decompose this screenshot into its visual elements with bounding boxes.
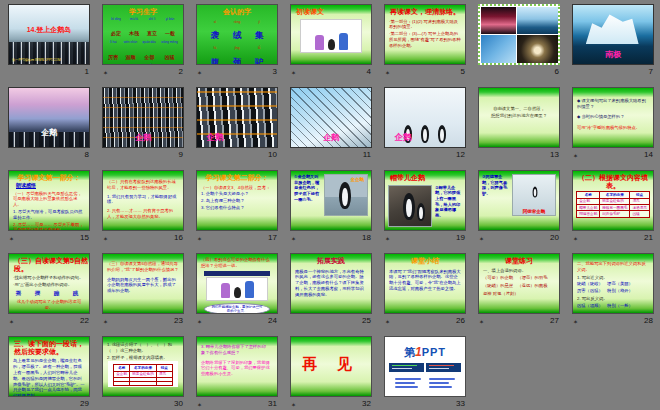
slide-title: 帽带儿企鹅 (385, 174, 465, 182)
slide-number: 6 (555, 68, 559, 76)
text-line: 2. 照样子，根据课文内容填表。 (107, 355, 179, 361)
slide-thumbnail-10[interactable]: 企鹅✶10 (196, 87, 278, 160)
banner-line (429, 368, 449, 369)
content-table: 名称名字的由来特点金企鹅嘴是金红色的漂亮帽带儿企鹅脖颈有一圈黑毛潇洒漂亮阿德雷企… (576, 191, 650, 217)
transition-icon[interactable]: ✶ (197, 70, 202, 76)
slide-thumbnail-3[interactable]: 会认的字xí袭róng绒jí集fù腹jǐng颈lǘ驴✶3 (196, 4, 278, 77)
text-line: （陡峭）的悬崖 （遥远）的南极 (483, 283, 555, 289)
text-line: ·用“△”画出小企鹅动作的词语。 (13, 282, 85, 288)
slide-number: 1 (85, 68, 89, 76)
transition-icon[interactable]: ✶ (573, 153, 578, 159)
slide-thumbnail-31[interactable]: 3. 帽带儿企鹅给你留下了怎样的印象？你有什么感想？企鹅给我留下了深刻的印象，我… (196, 336, 278, 409)
slide-thumbnail-9[interactable]: 企鹅✶9 (102, 87, 184, 160)
transition-icon[interactable]: ✶ (197, 402, 202, 408)
slide-number: 8 (85, 151, 89, 159)
transition-icon[interactable]: ✶ (573, 319, 578, 325)
photo-label: 14.登上企鹅岛 (9, 25, 89, 35)
slide-thumbnail-13[interactable]: 自由读文第一、二自然段，想想我们到达的地方在哪里？✶13 (478, 87, 560, 160)
slide-thumbnail-20[interactable]: ③阿德雷企鹅，它脾气暴躁，叫声像毛驴。阿德雷企鹅✶20 (478, 170, 560, 243)
transition-icon[interactable]: ✶ (291, 70, 296, 76)
slide-footer: ✶22 (8, 314, 90, 325)
text-line: 可用“冷”字概括南极气候的特点。 (577, 125, 649, 131)
slide-thumbnail-27[interactable]: 课堂练习一、填上合适的词语。（可爱）的企鹅 （漂亮）的羽毛（陡峭）的悬崖 （遥远… (478, 253, 560, 326)
slide-canvas: ③阿德雷企鹅，它脾气暴躁，叫声像毛驴。阿德雷企鹅 (478, 170, 560, 231)
slide-number: 30 (174, 400, 183, 408)
slide-footer: ✶1 (8, 65, 90, 76)
transition-icon[interactable]: ✶ (197, 319, 202, 325)
text-photo-row: ②帽带儿企鹅，它的脖颈上有一圈黑毛，给人的印象是潇洒漂亮。 (385, 182, 465, 227)
body-text: ②帽带儿企鹅，它的脖颈上有一圈黑毛，给人的印象是潇洒漂亮。 (435, 185, 462, 227)
slide-thumbnail-17[interactable]: 学习课文第二部分：（一）自读课文3、4自然段，思考：1. 企鹅个头是大还是小？2… (196, 170, 278, 243)
slide-footer: ✶30 (102, 397, 184, 408)
text-line: 企鹅妈妈每次只生一两个蛋，孵出的小企鹅在南极的风雪中长大，就成了成年的企鹅。 (107, 277, 179, 294)
slide-number: 29 (80, 400, 89, 408)
slide-title: 课堂练习 (479, 257, 559, 265)
slide-thumbnail-12[interactable]: 企鹅✶12 (384, 87, 466, 160)
penguin-silhouette (339, 182, 351, 209)
slide-thumbnail-19[interactable]: 帽带儿企鹅②帽带儿企鹅，它的脖颈上有一圈黑毛，给人的印象是潇洒漂亮。✶19 (384, 170, 466, 243)
text-line: 厉害（凶猛） 特别（格外） (577, 288, 649, 294)
slide-title: （三）自读课文第5自然段。 (9, 257, 89, 272)
slide-number: 31 (268, 400, 277, 408)
slide-thumbnail-6[interactable]: ✶6 (478, 4, 560, 77)
slide-thumbnail-2[interactable]: 学习生字bì dìng必定mù fá木筏zhí lì直立yì bān一般lì h… (102, 4, 184, 77)
slide-thumbnail-32[interactable]: 再 见✶32 (290, 336, 372, 409)
slide-thumbnail-15[interactable]: 学习课文第一部分：朗读感悟（一）尽管南极的天气是那么恶劣，可是南极大陆上的景象依… (8, 170, 90, 243)
slide-thumbnail-26[interactable]: 课堂小结本课写了“我们”跟随考察队来到南极大陆，见到了各种各样的企鹅。这些企鹅十… (384, 253, 466, 326)
transition-icon[interactable]: ✶ (385, 236, 390, 242)
photo-block (388, 185, 432, 227)
transition-icon[interactable]: ✶ (9, 236, 14, 242)
slide-canvas: 再读课文，理清脉络。·第一部分：(1)(2) 写来到南极大陆及看到的情景。·第二… (384, 4, 466, 65)
cartoon-child-icon (339, 33, 348, 50)
slide-thumbnail-25[interactable]: 拓展实践南极是一个神秘的地方，不光有奇特的风光，还有这么多可爱的企鹅。除了企鹅，… (290, 253, 372, 326)
transition-icon[interactable]: ✶ (291, 236, 296, 242)
transition-icon[interactable]: ✶ (385, 70, 390, 76)
slide-thumbnail-33[interactable]: 第1PPT✶33 (384, 336, 466, 409)
slide-thumbnail-7[interactable]: 南极✶7 (572, 4, 654, 77)
table-cell (114, 382, 130, 386)
slide-thumbnail-5[interactable]: 再读课文，理清脉络。·第一部分：(1)(2) 写来到南极大陆及看到的情景。·第二… (384, 4, 466, 77)
transition-icon[interactable]: ✶ (103, 319, 108, 325)
body-text: ①金企鹅又叫花脸企鹅，嘴是金红色的，脖子底下还有一圈白毛。 (294, 174, 321, 216)
transition-icon[interactable]: ✶ (479, 236, 484, 242)
slide-thumbnail-22[interactable]: （三）自读课文第5自然段。·找出描写小企鹅样子和动作的词句。·用“△”画出小企鹅… (8, 253, 90, 326)
slide-body: ·找出描写小企鹅样子和动作的词句。·用“△”画出小企鹅动作的词语。摇 摆 蹦 跳… (9, 272, 89, 311)
transition-icon[interactable]: ✶ (573, 236, 578, 242)
transition-icon[interactable]: ✶ (479, 319, 484, 325)
slide-thumbnail-24[interactable]: （四）看到这么可爱的企鹅你有什么想法？分组说一说。我们不能捕捉企鹅，要保护这些可… (196, 253, 278, 326)
transition-icon[interactable]: ✶ (103, 70, 108, 76)
word-label: 一般 (165, 30, 175, 36)
penguin-silhouette (438, 125, 446, 143)
transition-icon[interactable]: ✶ (9, 319, 14, 325)
slide-canvas: （二）只有在考察队到达南极的长城站后，才能看到一些独特的风景。1. 我们只有努力… (102, 170, 184, 231)
slide-thumbnail-14[interactable]: ◆ 课文哪句写出了来到南极大陆看到的情景？◆ 当时的心情是怎样的？可用“冷”字概… (572, 87, 654, 160)
slide-body: ◆ 课文哪句写出了来到南极大陆看到的情景？◆ 当时的心情是怎样的？可用“冷”字概… (573, 88, 653, 131)
slide-thumbnail-21[interactable]: （二）根据课文内容填表。名称名字的由来特点金企鹅嘴是金红色的漂亮帽带儿企鹅脖颈有… (572, 170, 654, 243)
slide-canvas: ◆ 课文哪句写出了来到南极大陆看到的情景？◆ 当时的心情是怎样的？可用“冷”字概… (572, 87, 654, 148)
text-line: 1. 写出近义词。 (577, 275, 649, 281)
slide-footer: ✶2 (102, 65, 184, 76)
slide-footer: ✶12 (384, 148, 466, 159)
slide-thumbnail-28[interactable]: 二、我能写出下列词语的近义词和反义词。1. 写出近义词。陡峭（陡峻） 漂亮（美丽… (572, 253, 654, 326)
slide-thumbnail-23[interactable]: （三）自读课文第6自然段，通过向导的介绍，“我”了解到企鹅的什么情况？企鹅妈妈每… (102, 253, 184, 326)
slide-number: 24 (268, 317, 277, 325)
slide-thumbnail-18[interactable]: ①金企鹅又叫花脸企鹅，嘴是金红色的，脖子底下还有一圈白毛。金企鹅✶18 (290, 170, 372, 243)
transition-icon[interactable]: ✶ (291, 402, 296, 408)
cartoon-illustration (300, 19, 362, 53)
transition-icon[interactable]: ✶ (385, 319, 390, 325)
slide-title: 课堂小结 (385, 257, 465, 265)
slide-canvas: 学习课文第一部分：朗读感悟（一）尽管南极的天气是那么恶劣，可是南极大陆上的景象依… (8, 170, 90, 231)
slide-thumbnail-29[interactable]: 三、读下面的一段话，然后按要求做。岛上最常见的是金企鹅，嘴是金红色的，漂亮极了。… (8, 336, 90, 409)
table-cell: 叫声像毛驴 (600, 211, 630, 217)
link-line (395, 386, 418, 389)
pinyin-label: zhí lì (147, 18, 157, 22)
slide-thumbnail-11[interactable]: 企鹅✶11 (290, 87, 372, 160)
slide-thumbnail-4[interactable]: 初读课文✶4 (290, 4, 372, 77)
slide-thumbnail-16[interactable]: （二）只有在考察队到达南极的长城站后，才能看到一些独特的风景。1. 我们只有努力… (102, 170, 184, 243)
vocab-word: zhí lì直立 (147, 18, 157, 40)
slide-thumbnail-8[interactable]: 企鹅✶8 (8, 87, 90, 160)
slide-thumbnail-30[interactable]: 1. 这段话介绍了（ ）、（ ）和（ ）这三种企鹅。2. 照样子，根据课文内容填… (102, 336, 184, 409)
slide-thumbnail-1[interactable]: 14.登上企鹅岛第一PPT模板网 WWW.1PPT.COM✶1 (8, 4, 90, 77)
transition-icon[interactable]: ✶ (197, 236, 202, 242)
transition-icon[interactable]: ✶ (103, 236, 108, 242)
